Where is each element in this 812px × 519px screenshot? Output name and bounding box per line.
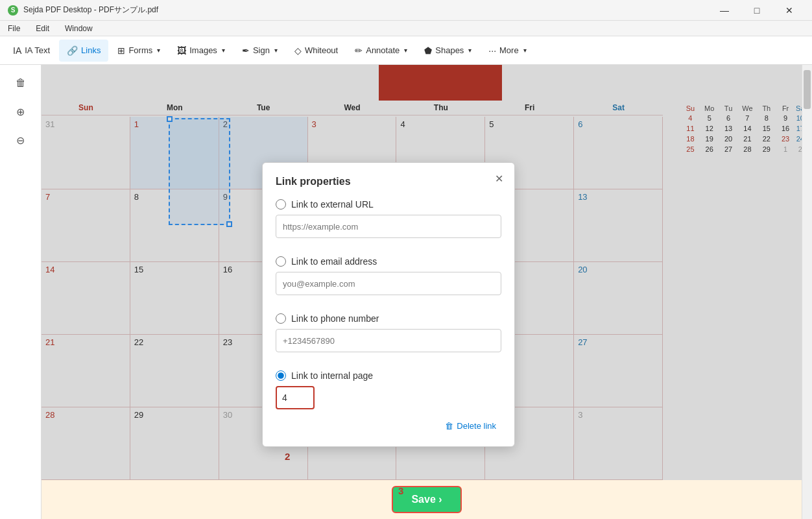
internal-radio-label[interactable]: Link to internal page: [291, 370, 373, 381]
forms-icon: ⊞: [117, 45, 125, 56]
delete-link-button[interactable]: 🗑 Delete link: [440, 418, 501, 433]
more-icon: ···: [488, 45, 496, 56]
internal-radio[interactable]: [276, 370, 286, 381]
left-sidebar: 🗑 ⊕ ⊖: [0, 65, 42, 519]
annotate-icon: ✏: [355, 45, 363, 56]
phone-option-group: Link to phone number: [276, 313, 501, 361]
delete-sidebar-button[interactable]: 🗑: [8, 70, 34, 96]
email-radio-label[interactable]: Link to email address: [291, 256, 377, 267]
email-radio[interactable]: [276, 256, 286, 267]
zoom-in-button[interactable]: ⊕: [8, 99, 34, 125]
main-area: 🗑 ⊕ ⊖ 2024 Su Mo Tu We: [0, 65, 812, 519]
minimize-button[interactable]: —: [710, 0, 739, 21]
link-properties-dialog: Link properties ✕ Link to external URL L…: [262, 162, 515, 447]
toolbar: IA IA Text 🔗 Links ⊞ Forms 🖼 Images ✒ Si…: [0, 36, 812, 65]
menu-bar: File Edit Window: [0, 21, 812, 36]
close-button[interactable]: ✕: [774, 0, 804, 21]
url-radio-label[interactable]: Link to external URL: [291, 199, 374, 210]
phone-input[interactable]: [276, 329, 501, 352]
app-icon: S: [8, 5, 18, 16]
scrollbar-thumb[interactable]: [804, 70, 811, 109]
sign-button[interactable]: ✒ Sign: [234, 40, 285, 62]
whiteout-icon: ◇: [294, 45, 302, 56]
whiteout-button[interactable]: ◇ Whiteout: [287, 40, 346, 62]
links-button[interactable]: 🔗 Links: [59, 40, 108, 62]
phone-radio[interactable]: [276, 313, 286, 324]
ia-text-button[interactable]: IA IA Text: [5, 40, 58, 62]
app-title: Sejda PDF Desktop - PDFサンプル.pdf: [23, 5, 158, 16]
email-input[interactable]: [276, 272, 501, 295]
trash-icon: 🗑: [445, 421, 453, 431]
shapes-icon: ⬟: [424, 45, 432, 56]
url-option-group: Link to external URL: [276, 199, 501, 247]
scrollbar[interactable]: [802, 65, 812, 519]
forms-button[interactable]: ⊞ Forms: [110, 40, 168, 62]
delete-link-row: 🗑 Delete link: [276, 418, 501, 433]
more-button[interactable]: ··· More: [481, 40, 534, 62]
images-icon: 🖼: [177, 45, 186, 56]
zoom-out-button[interactable]: ⊖: [8, 127, 34, 153]
step-3-indicator: 3: [398, 485, 403, 496]
dialog-title: Link properties: [276, 176, 501, 187]
menu-file[interactable]: File: [5, 23, 23, 34]
email-option-group: Link to email address: [276, 256, 501, 304]
url-input[interactable]: [276, 215, 501, 238]
menu-window[interactable]: Window: [62, 23, 95, 34]
modal-overlay: Link properties ✕ Link to external URL L…: [42, 65, 812, 519]
title-bar: S Sejda PDF Desktop - PDFサンプル.pdf — □ ✕: [0, 0, 812, 21]
pdf-area: 2024 Su Mo Tu We Th Fr Sa: [42, 65, 812, 519]
maximize-button[interactable]: □: [742, 0, 772, 21]
links-icon: 🔗: [67, 45, 78, 56]
ia-text-icon: IA: [13, 45, 21, 56]
save-bar: 3 Save ›: [42, 480, 812, 519]
url-radio[interactable]: [276, 199, 286, 210]
sign-icon: ✒: [242, 45, 250, 56]
internal-option-group: Link to internal page 4: [276, 370, 501, 409]
images-button[interactable]: 🖼 Images: [169, 40, 233, 62]
shapes-button[interactable]: ⬟ Shapes: [416, 40, 479, 62]
dialog-close-button[interactable]: ✕: [491, 171, 507, 186]
phone-radio-label[interactable]: Link to phone number: [291, 313, 379, 324]
annotate-button[interactable]: ✏ Annotate: [347, 40, 415, 62]
page-number-input[interactable]: 4: [276, 386, 315, 409]
menu-edit[interactable]: Edit: [33, 23, 52, 34]
